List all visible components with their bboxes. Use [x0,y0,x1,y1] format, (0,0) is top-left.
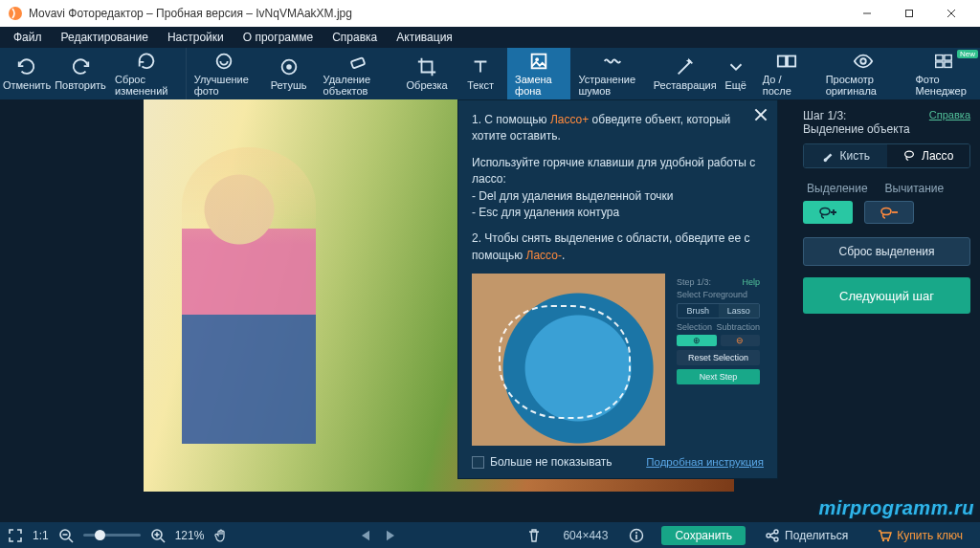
tip-paragraph-2: Иcпользуйте горячие клавиши для удобной … [472,155,764,222]
chevron-down-icon [725,56,746,77]
svg-point-39 [887,538,889,540]
fullscreen-button[interactable] [8,528,23,543]
tip-paragraph-1: 1. С помощью Лассо+ обведите объект, кот… [472,112,764,145]
before-after-button[interactable]: До / после [755,48,818,99]
pan-button[interactable] [213,528,229,543]
share-button[interactable]: Поделиться [755,525,858,546]
zoom-in-icon [150,528,166,543]
text-icon [470,56,491,77]
brush-tab-label: Кисть [840,149,870,163]
lasso-tab-label: Лассо [922,149,953,163]
lasso-subtract-button[interactable] [864,201,914,224]
redo-button[interactable]: Повторить [54,48,107,99]
cart-icon [877,528,892,543]
menu-help[interactable]: Справка [323,27,387,48]
eye-icon [853,51,874,72]
lasso-add-button[interactable] [803,201,853,224]
dont-show-checkbox[interactable]: Больше не показывать [472,455,612,469]
more-tools-button[interactable]: Ещё [717,48,755,99]
fullscreen-icon [8,528,23,543]
undo-button[interactable]: Отменить [0,48,54,99]
window-maximize-button[interactable] [888,0,930,27]
delete-button[interactable] [526,528,542,543]
gallery-icon [933,51,954,72]
scale-1-1-button[interactable]: 1:1 [33,529,49,542]
save-button[interactable]: Сохранить [661,526,746,545]
retouch-button[interactable]: Ретушь [262,48,316,99]
new-badge: New [957,50,978,58]
zoom-percentage: 121% [175,529,205,542]
reset-icon [136,51,157,72]
window-close-button[interactable] [930,0,972,27]
enhance-button[interactable]: Улучшение фото [187,48,262,99]
denoise-button[interactable]: Устранение шумов [570,48,653,99]
svg-line-37 [770,537,774,538]
view-original-button[interactable]: Просмотр оригинала [818,48,908,99]
detailed-instruction-link[interactable]: Подробная инструкция [646,456,764,468]
menu-about[interactable]: О программе [234,27,323,48]
crop-button[interactable]: Обрезка [400,48,454,99]
enhance-icon [213,51,234,72]
lasso-minus-icon [879,206,900,219]
svg-rect-8 [351,57,366,68]
svg-rect-16 [936,62,943,68]
menu-file[interactable]: Файл [4,27,52,48]
zoom-slider[interactable] [83,534,141,537]
svg-rect-15 [945,55,951,61]
menu-edit[interactable]: Редактирование [52,27,158,48]
svg-rect-12 [788,56,795,67]
undo-label: Отменить [3,79,51,91]
zoom-out-icon [58,528,74,543]
step-title: Выделение объекта [803,122,910,136]
crop-icon [416,56,437,77]
svg-line-27 [161,538,165,542]
svg-point-38 [882,538,884,540]
background-replace-label: Замена фона [515,74,563,97]
object-removal-button[interactable]: Удаление объектов [316,48,401,99]
lasso-tab[interactable]: Лассо [887,144,970,167]
reset-changes-label: Сброс изменений [115,74,178,97]
tip-close-button[interactable] [752,106,769,123]
mode-selection-label: Выделение [807,182,868,195]
toolbar: Отменить Повторить Сброс изменений Улучш… [0,48,980,99]
text-label: Текст [467,79,494,91]
zoom-in-button[interactable] [150,528,166,543]
next-step-button[interactable]: Следующий шаг [803,277,970,314]
step-number: Шаг 1/3: [803,109,910,122]
app-icon [8,6,23,21]
zoom-slider-knob[interactable] [95,530,105,540]
svg-point-13 [860,58,866,64]
side-panel: Шаг 1/3: Выделение объекта Справка Кисть… [793,99,980,522]
buy-key-label: Купить ключ [897,529,963,542]
menu-activate[interactable]: Активация [387,27,462,48]
next-image-button[interactable] [383,528,398,543]
svg-point-33 [767,534,770,537]
svg-rect-14 [936,55,943,61]
help-link[interactable]: Справка [929,109,970,121]
background-replace-button[interactable]: Замена фона [507,48,570,99]
text-button[interactable]: Текст [454,48,507,99]
reset-selection-button[interactable]: Сброс выделения [803,237,970,266]
svg-rect-11 [778,56,786,67]
svg-point-0 [9,7,22,20]
photo-manager-button[interactable]: New Фото Менеджер [907,48,980,99]
trash-icon [526,528,542,543]
menu-settings[interactable]: Настройки [158,27,234,48]
enhance-label: Улучшение фото [194,74,255,97]
tip-example-image [472,274,665,446]
reset-changes-button[interactable]: Сброс изменений [107,48,186,99]
share-icon [765,528,780,543]
dont-show-label: Больше не показывать [490,455,612,469]
zoom-out-button[interactable] [58,528,74,543]
buy-key-button[interactable]: Купить ключ [867,525,972,546]
hand-icon [213,528,229,543]
window-minimize-button[interactable] [846,0,888,27]
prev-image-button[interactable] [358,528,373,543]
svg-rect-2 [906,11,913,17]
undo-icon [16,56,37,77]
brush-tab[interactable]: Кисть [804,144,887,167]
info-button[interactable] [629,528,644,543]
lasso-icon [902,149,916,163]
eraser-icon [347,51,368,72]
restore-button[interactable]: Реставрация [654,48,717,99]
